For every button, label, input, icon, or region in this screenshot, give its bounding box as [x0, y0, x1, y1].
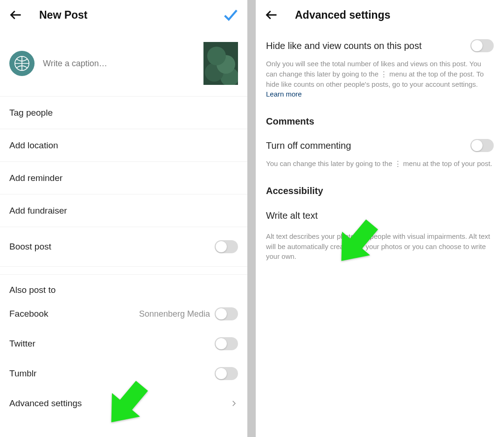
new-post-screen: New Post Tag people Add location Add rem…	[0, 0, 247, 437]
share-twitter-toggle[interactable]	[215, 337, 238, 350]
write-alt-text-block[interactable]: Write alt text Alt text describes your p…	[256, 199, 504, 266]
page-title: New Post	[39, 9, 222, 21]
share-facebook-label: Facebook	[9, 309, 139, 319]
back-arrow-icon[interactable]	[265, 8, 278, 21]
header: Advanced settings	[256, 0, 504, 30]
hide-counts-row: Hide like and view counts on this post	[266, 39, 494, 52]
chevron-right-icon	[230, 399, 238, 408]
write-alt-text-label: Write alt text	[266, 210, 494, 221]
page-title: Advanced settings	[295, 9, 495, 21]
share-tumblr-row: Tumblr	[0, 359, 247, 388]
write-alt-text-description: Alt text describes your photos for peopl…	[266, 231, 494, 262]
profile-avatar[interactable]	[9, 51, 35, 76]
share-facebook-row: Facebook Sonnenberg Media	[0, 299, 247, 329]
hide-counts-toggle[interactable]	[470, 39, 494, 52]
add-fundraiser-label: Add fundraiser	[9, 206, 238, 216]
post-thumbnail[interactable]	[203, 42, 238, 85]
turn-off-commenting-block: Turn off commenting You can change this …	[256, 130, 504, 173]
hide-counts-description: Only you will see the total number of li…	[266, 59, 494, 99]
add-fundraiser-row[interactable]: Add fundraiser	[0, 194, 247, 227]
add-location-label: Add location	[9, 140, 238, 151]
turn-off-commenting-description: You can change this later by going to th…	[266, 159, 494, 169]
tag-people-label: Tag people	[9, 108, 238, 118]
comments-heading: Comments	[256, 104, 504, 130]
facebook-account-name: Sonnenberg Media	[139, 309, 210, 319]
hide-counts-desc-text: Only you will see the total number of li…	[266, 60, 484, 88]
share-facebook-toggle[interactable]	[215, 307, 238, 320]
boost-post-row: Boost post	[0, 227, 247, 266]
hide-counts-block: Hide like and view counts on this post O…	[256, 30, 504, 104]
confirm-check-icon[interactable]	[222, 7, 238, 23]
add-reminder-row[interactable]: Add reminder	[0, 162, 247, 194]
share-tumblr-toggle[interactable]	[215, 367, 238, 380]
add-reminder-label: Add reminder	[9, 173, 238, 183]
section-divider	[0, 266, 247, 275]
boost-post-label: Boost post	[9, 242, 215, 252]
tag-people-row[interactable]: Tag people	[0, 97, 247, 129]
turn-off-commenting-toggle[interactable]	[470, 139, 494, 152]
also-post-to-heading: Also post to	[0, 275, 247, 299]
turn-off-commenting-label: Turn off commenting	[266, 140, 470, 151]
turn-off-commenting-row: Turn off commenting	[266, 139, 494, 152]
add-location-row[interactable]: Add location	[0, 129, 247, 162]
share-tumblr-label: Tumblr	[9, 368, 215, 379]
write-alt-text-row[interactable]: Write alt text	[266, 210, 494, 221]
back-arrow-icon[interactable]	[9, 8, 22, 21]
advanced-settings-screen: Advanced settings Hide like and view cou…	[256, 0, 504, 437]
header: New Post	[0, 0, 247, 30]
caption-row	[0, 30, 247, 97]
share-twitter-row: Twitter	[0, 329, 247, 359]
learn-more-link[interactable]: Learn more	[266, 90, 302, 98]
accessibility-heading: Accessibility	[256, 173, 504, 199]
advanced-settings-label: Advanced settings	[9, 398, 230, 409]
boost-post-toggle[interactable]	[215, 240, 238, 253]
hide-counts-label: Hide like and view counts on this post	[266, 41, 470, 51]
advanced-settings-row[interactable]: Advanced settings	[0, 388, 247, 418]
caption-input[interactable]	[43, 59, 195, 69]
share-twitter-label: Twitter	[9, 339, 215, 349]
